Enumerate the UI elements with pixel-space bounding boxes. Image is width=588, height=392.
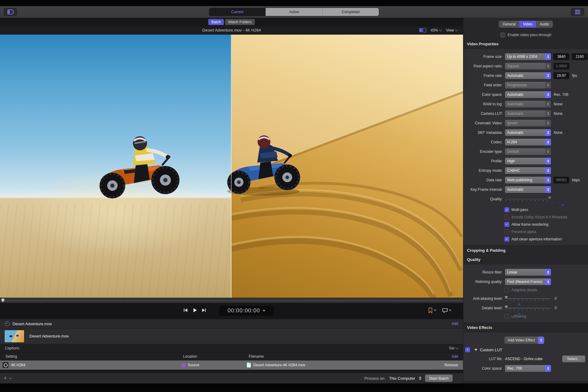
start-batch-button[interactable]: Start Batch [425, 375, 453, 382]
checkbox-preserve-alpha[interactable] [504, 229, 509, 234]
dropdown-frame-size[interactable]: Up to 4096 x 2304 [505, 53, 551, 60]
chevron-down-icon [455, 28, 458, 31]
checkbox-row: Include Dolby Vision 8.4 Metadata [504, 213, 588, 221]
add-job-button[interactable]: Add [452, 322, 458, 326]
dropdown-profile[interactable]: High [505, 158, 551, 164]
output-setting: 4K H264 [11, 363, 25, 367]
dropdown-frame-rate[interactable]: Automatic [505, 72, 551, 79]
captions-set-dropdown[interactable]: Set [449, 346, 458, 350]
slider-anti-aliasing-level[interactable] [505, 296, 551, 301]
dropdown-cinematic-video[interactable]: Ignore [505, 120, 551, 126]
compressor-window: Current Active Completed Batch Watch Fol… [0, 0, 588, 392]
value-field[interactable]: 99062 [553, 177, 569, 183]
checkbox-multi-pass[interactable]: ✓ [504, 207, 509, 212]
tab-video[interactable]: Video [519, 21, 536, 28]
dropdown-pixel-aspect-ratio[interactable]: Square [505, 63, 551, 70]
dropdown-key-frame-interval[interactable]: Automatic [505, 186, 551, 193]
view-dropdown[interactable]: View [446, 28, 458, 32]
checkbox-allow-frame-reordering[interactable]: ✓ [504, 222, 509, 227]
property-label: Resize filter: [463, 270, 505, 274]
timecode-display[interactable]: 00:00:00:00 [219, 306, 274, 316]
window-bottom-strip [0, 383, 588, 392]
previous-frame-button[interactable] [183, 307, 189, 313]
batch-group-title: Desert Adventure.mov [13, 322, 52, 326]
checkbox-include-dolby-vision-8-4-metadata[interactable] [504, 215, 509, 220]
stepper-icon[interactable] [419, 376, 421, 380]
dropdown-encoder-type[interactable]: Default [505, 148, 551, 155]
captions-row[interactable]: Captions Set [0, 344, 463, 352]
select-lut-button[interactable]: Select... [562, 356, 585, 362]
dropdown-color-space[interactable]: Automatic [505, 91, 551, 98]
batch-group-header[interactable]: Desert Adventure.mov Add [0, 319, 463, 329]
job-title: Desert Adventure.mov [29, 334, 69, 338]
checkbox-dithering[interactable] [504, 314, 509, 319]
slider-details-level[interactable] [505, 306, 551, 311]
property-row: Frame rate:Automatic29.97fps [463, 71, 588, 80]
tab-audio[interactable]: Audio [536, 21, 553, 28]
toggle-inspector-button[interactable] [571, 8, 584, 16]
dropdown-entropy-mode[interactable]: CABAC [505, 167, 551, 174]
add-output-button[interactable]: Add [452, 354, 458, 359]
remove-output-button[interactable]: Remove [444, 363, 458, 367]
preview-title-bar: Desert Adventure.mov - 4K H264 43% View [0, 26, 463, 35]
speech-bubble-icon [442, 308, 448, 313]
tab-completed[interactable]: Completed [322, 8, 379, 16]
value-field[interactable]: 29.97 [553, 72, 569, 79]
chevron-updown-icon [538, 337, 544, 344]
tab-active[interactable]: Active [266, 8, 322, 16]
checkbox-adaptive-details[interactable] [504, 288, 509, 292]
player-bar: 00:00:00:00 [0, 303, 463, 319]
dropdown-codec[interactable]: H.264 [505, 139, 551, 145]
tab-watch-folders[interactable]: Watch Folders [225, 19, 255, 25]
chevron-down-icon[interactable] [9, 376, 12, 379]
lut-file-value: ASCEND - Ochre.cube [505, 357, 543, 361]
marker-menu[interactable] [428, 307, 436, 314]
tab-batch[interactable]: Batch [208, 19, 224, 25]
pass-through-checkbox[interactable] [500, 32, 505, 37]
comparison-split-handle[interactable] [231, 35, 232, 298]
dropdown-camera-lut[interactable]: Automatic [505, 110, 551, 117]
zoom-level-dropdown[interactable]: 43% [431, 28, 442, 32]
column-setting: Setting [6, 354, 17, 359]
value-field[interactable]: 1.0000 [553, 63, 569, 70]
process-target-dropdown[interactable]: This Computer [389, 376, 415, 381]
value-field[interactable]: 2160 [572, 53, 588, 60]
value-field[interactable]: 3840 [553, 53, 569, 60]
dropdown-360-metadata[interactable]: Automatic [505, 129, 551, 136]
annotation-menu[interactable] [442, 308, 451, 313]
tab-current[interactable]: Current [209, 8, 266, 16]
chevron-down-icon [449, 310, 451, 311]
add-video-effect-button[interactable]: Add Video Effect [504, 337, 544, 344]
source-location-icon [181, 363, 185, 367]
video-effects-header[interactable]: Video Effects [463, 323, 588, 332]
checkbox-row: Preserve alpha [504, 228, 588, 236]
job-row[interactable]: Desert Adventure.mov [0, 329, 463, 344]
dropdown-data-rate[interactable]: Web publishing [505, 177, 551, 183]
next-frame-button[interactable] [201, 307, 207, 313]
dropdown-retiming-quality[interactable]: Fast (Nearest Frame) [505, 278, 551, 285]
toggle-preview-sidebar-button[interactable] [4, 8, 17, 16]
quality-slider[interactable] [505, 197, 551, 202]
playhead-marker[interactable] [2, 299, 4, 302]
slider-row: Anti-aliasing level:0 [463, 294, 588, 303]
dropdown-field-order[interactable]: Progressive [505, 82, 551, 89]
dropdown-resize-filter[interactable]: Linear [505, 269, 551, 276]
checkbox-add-clean-aperture-information[interactable]: ✓ [504, 237, 509, 242]
chevron-updown-icon [545, 167, 551, 174]
custom-lut-checkbox[interactable]: ✓ [465, 347, 470, 352]
quality-header[interactable]: Quality [463, 255, 588, 264]
add-item-button[interactable]: + [4, 375, 7, 381]
property-row: Entropy mode:CABAC [463, 166, 588, 175]
output-row-selected[interactable]: 4K H264 Source Desert Adventure-4K H264.… [0, 360, 463, 370]
disclosure-triangle-icon[interactable] [474, 349, 477, 351]
chevron-updown-icon [545, 148, 551, 155]
timeline-scrubber[interactable] [0, 298, 463, 303]
play-button[interactable] [192, 307, 198, 313]
lut-color-space-dropdown[interactable]: Rec. 709 [505, 365, 551, 372]
dropdown-raw-to-log[interactable]: Automatic [505, 101, 551, 107]
compare-split-icon[interactable] [419, 28, 426, 32]
property-label: Anti-aliasing level: [463, 296, 505, 301]
chevron-updown-icon [545, 139, 551, 145]
cropping-padding-header[interactable]: Cropping & Padding [463, 246, 588, 255]
tab-general[interactable]: General [499, 21, 519, 28]
